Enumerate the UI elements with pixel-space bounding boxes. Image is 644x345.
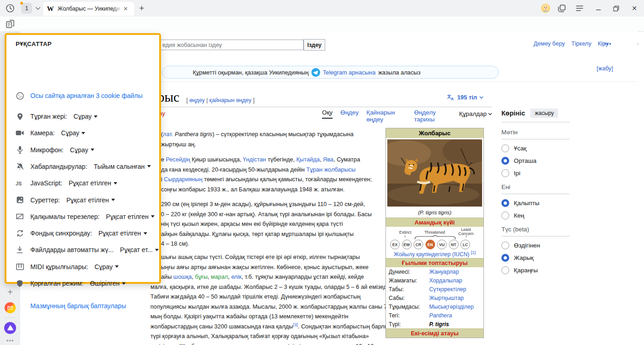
appearance-option-Орташа[interactable]: Орташа xyxy=(501,156,569,165)
taxonomy-value[interactable]: Panthera xyxy=(429,312,452,319)
sidebar-more-icon[interactable]: ••• xyxy=(4,337,16,344)
profile-avatar[interactable] xyxy=(540,3,551,13)
wiki-link[interactable]: Ява xyxy=(323,156,334,163)
page-tab-Құралдар[interactable]: Құралдар xyxy=(459,109,492,119)
wiki-link[interactable]: марал xyxy=(211,274,228,280)
status-link[interactable]: Жойылу қаупіндегілер (IUCN) xyxy=(394,251,470,258)
permission-value-dropdown[interactable]: Сұрау xyxy=(94,263,119,270)
appearance-panel: Көрінісжасыру МәтінҰсақОрташаІріЕніҚалып… xyxy=(501,109,569,278)
appearance-title: Көрініс xyxy=(501,109,525,117)
permission-value-dropdown[interactable]: Рұқсат етілген xyxy=(98,230,147,237)
telegram-channel-link[interactable]: Telegram арнасына xyxy=(323,69,375,76)
article-text: жолбарыстардың саны 3200 шамасында ғана … xyxy=(150,323,293,330)
top-link[interactable]: Демеу беру xyxy=(534,40,565,47)
appearance-section-title: Мәтін xyxy=(501,129,569,139)
radio-button[interactable] xyxy=(501,199,509,207)
wiki-link[interactable]: Қытайда xyxy=(296,156,320,163)
microphone-icon xyxy=(16,146,24,154)
history-clock-icon[interactable] xyxy=(5,3,16,14)
edit-source-link[interactable]: қайнарын өңдеу xyxy=(209,97,251,104)
radio-button[interactable] xyxy=(501,266,509,274)
tab-group-chip[interactable]: 1 xyxy=(21,3,32,14)
appearance-hide-button[interactable]: жасыру xyxy=(530,109,558,118)
permission-value-dropdown[interactable]: Рұқсат етілген xyxy=(106,213,155,220)
sidebar-panels-icon[interactable] xyxy=(5,19,15,29)
appearance-option-Өздігінен[interactable]: Өздігінен xyxy=(501,241,569,249)
new-tab-button[interactable]: + xyxy=(137,4,146,13)
window-close-button[interactable]: ✕ xyxy=(629,3,639,13)
alice-assistant-icon[interactable] xyxy=(4,322,16,334)
article-line: түрі қорғауға алынып, Халықаралық табиға… xyxy=(150,332,391,342)
option-label: Орташа xyxy=(514,157,536,164)
browser-tab[interactable]: W Жолбарыс — Уикипеди ✕ xyxy=(43,2,134,16)
cookie-icon xyxy=(16,92,24,100)
permission-value-dropdown[interactable]: Өшірілген xyxy=(90,280,126,287)
permission-value-dropdown[interactable]: Сұрау xyxy=(61,129,86,137)
top-link[interactable]: Тіркелу xyxy=(571,40,591,47)
permission-label: Суреттер: xyxy=(30,196,60,204)
protected-content-icon xyxy=(16,279,24,288)
wiki-link[interactable]: Тұран жолбарысы xyxy=(306,167,356,173)
radio-button[interactable] xyxy=(501,242,509,249)
appearance-option-Қараңғы[interactable]: Қараңғы xyxy=(501,266,569,274)
appearance-option-Кең[interactable]: Кең xyxy=(501,211,569,219)
all-content-settings-link[interactable]: Мазмұнның барлық баптаулары xyxy=(30,302,126,310)
status-reference[interactable]: [1] xyxy=(471,250,476,255)
sidebar-add-button[interactable]: + xyxy=(5,287,15,297)
page-tab-Оқу[interactable]: Оқу xyxy=(322,109,333,119)
reference-link[interactable]: [3] xyxy=(293,322,298,327)
permission-value-dropdown[interactable]: Рұқсат етілген xyxy=(69,179,117,187)
taxonomy-value[interactable]: Жыртқыштар xyxy=(429,295,464,301)
appearance-option-Ірі[interactable]: Ірі xyxy=(501,169,569,177)
wiki-link[interactable]: Ресейдің xyxy=(166,156,190,163)
taxonomy-value[interactable]: Хордалылар xyxy=(429,277,462,284)
page-tab-Өңделу тарихы[interactable]: Өңделу тарихы xyxy=(414,109,451,119)
appearance-option-Қалыпты[interactable]: Қалыпты xyxy=(501,199,569,207)
taxonomy-value[interactable]: Жануарлар xyxy=(429,269,459,275)
permission-value-dropdown[interactable]: Рұқсат ет... xyxy=(120,246,159,253)
top-more-menu[interactable]: ••• xyxy=(604,40,612,47)
browser-menu-icon[interactable] xyxy=(575,3,585,13)
wiki-link[interactable]: Сырдарияның xyxy=(164,176,202,183)
article-text: мың болды. Қазіргі уақытта жабайы ортада… xyxy=(150,313,348,320)
wiki-search-input[interactable]: едия жобасынан іздеу xyxy=(156,40,304,50)
article-text: е xyxy=(161,156,166,163)
tiger-image[interactable] xyxy=(386,138,483,208)
wiki-link[interactable]: бұғы xyxy=(195,274,207,280)
page-tab-Қайнарын өңдеу[interactable]: Қайнарын өңдеу xyxy=(367,109,407,119)
appearance-option-Ұсақ[interactable]: Ұсақ xyxy=(501,144,569,152)
background-sync-icon xyxy=(16,229,24,237)
yandex-mail-icon[interactable] xyxy=(4,302,16,314)
tab-close-icon[interactable]: ✕ xyxy=(122,5,129,12)
cookies-row: Осы сайтқа арналған 3 cookie файлы xyxy=(16,91,143,101)
wiki-link[interactable]: шошқа xyxy=(173,274,192,280)
window-minimize-button[interactable] xyxy=(593,3,604,13)
permission-value-dropdown[interactable]: Рұқсат етілген xyxy=(66,196,115,204)
radio-button[interactable] xyxy=(501,254,509,262)
permission-value-dropdown[interactable]: Тыйым салынған xyxy=(94,163,151,170)
banner-close-link[interactable]: [жабу] xyxy=(597,65,613,72)
wiki-link[interactable]: Үндістан xyxy=(243,156,266,163)
permission-value-dropdown[interactable]: Сұрау xyxy=(70,146,94,154)
permission-label: Микрофон: xyxy=(30,146,63,154)
language-selector-button[interactable]: 文A 195 тіл xyxy=(447,94,483,101)
radio-button[interactable] xyxy=(501,144,509,152)
tab-group-chevron-icon[interactable] xyxy=(34,5,41,12)
wiki-link[interactable]: елік xyxy=(231,274,242,280)
permission-label: MIDI құрылғылары: xyxy=(30,263,88,270)
radio-button[interactable] xyxy=(501,212,509,219)
page-tab-Өңдеу[interactable]: Өңдеу xyxy=(340,109,359,119)
permission-value-dropdown[interactable]: Сұрау xyxy=(74,113,98,120)
window-restore-button[interactable] xyxy=(611,3,621,13)
appearance-option-Жарық[interactable]: Жарық xyxy=(501,253,569,262)
taxonomy-value[interactable]: Мысықтәрізділер xyxy=(429,304,474,310)
wiki-search-button[interactable]: Іздеу xyxy=(304,39,325,51)
tabs-overview-icon[interactable] xyxy=(557,3,567,13)
edit-link[interactable]: өңдеу xyxy=(190,97,205,104)
radio-button[interactable] xyxy=(501,157,509,165)
telegram-icon xyxy=(311,68,320,77)
taxonomy-value[interactable]: Сүтқоректілер xyxy=(429,286,466,293)
cookies-link[interactable]: Осы сайтқа арналған 3 cookie файлы xyxy=(30,92,143,99)
wiki-link[interactable]: лат. xyxy=(163,131,173,138)
radio-button[interactable] xyxy=(501,169,509,177)
